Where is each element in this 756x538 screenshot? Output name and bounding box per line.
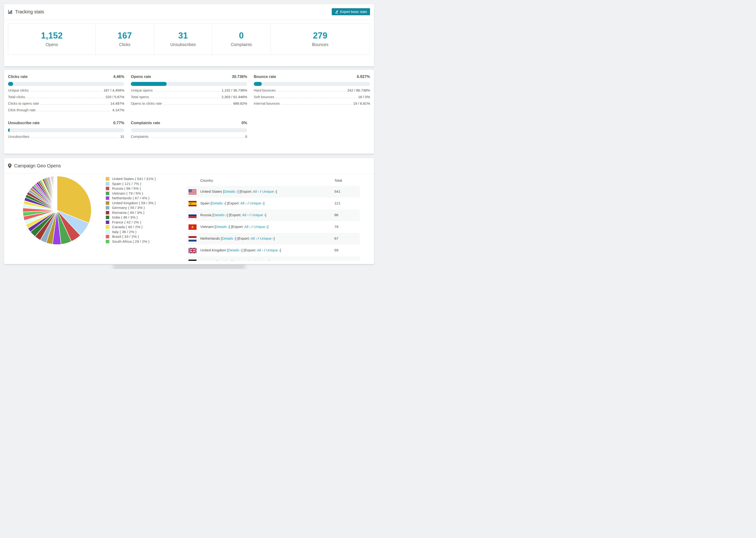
details-link[interactable]: Details › [213,213,227,217]
nl-flag-icon [189,236,196,242]
rate-row: Soft bounces18 / 0% [254,95,370,101]
country-name: Netherlands [200,237,220,241]
export-label: Export: [228,201,240,205]
map-pin-icon [8,163,12,168]
rate-row: Unique clicks167 / 4.456% [8,88,124,95]
rate-progress-bar [131,82,247,86]
export-all-link[interactable]: All › [257,248,263,252]
legend-swatch [106,225,109,229]
legend-swatch [106,240,109,243]
legend-item-germany: Germany ( 55 / 3% ) [106,205,156,210]
legend-item-india: India ( 46 / 3% ) [106,215,156,220]
stat-unsubscribes: 31Unsubscribes [154,24,212,54]
geo-table-row-netherlands: Netherlands [Details ›] [Export: All › /… [187,233,360,244]
country-name: United Kingdom [200,248,226,252]
rate-row: Internal bounces19 / 6.81% [254,101,370,108]
legend-label: South Africa ( 29 / 2% ) [112,240,149,243]
export-icon [335,10,338,14]
legend-item-vietnam: Vietnam ( 79 / 5% ) [106,191,156,196]
legend-item-france: France ( 42 / 2% ) [106,220,156,225]
legend-item-south-africa: South Africa ( 29 / 2% ) [106,239,156,244]
legend-item-canada: Canada ( 40 / 2% ) [106,225,156,230]
export-all-link[interactable]: All › [246,260,252,261]
export-all-link[interactable]: All › [241,201,247,205]
export-label: Export: [230,213,242,217]
country-name: Spain [200,201,210,205]
export-unique-link[interactable]: Unique › [260,237,274,241]
export-unique-link[interactable]: Unique › [253,225,267,229]
export-basic-stats-button[interactable]: Export basic stats [332,8,370,15]
export-all-link[interactable]: All › [251,237,257,241]
export-all-link[interactable]: All › [242,213,248,217]
rate-progress-bar [254,82,370,86]
details-link[interactable]: Details › [212,201,225,205]
export-unique-link[interactable]: Unique › [262,189,276,193]
tracking-stats-card: Tracking stats Export basic stats 1,152O… [4,4,374,67]
legend-label: Spain ( 121 / 7% ) [112,182,141,186]
legend-item-brazil: Brazil ( 33 / 2% ) [106,234,156,239]
geo-table: Country Total United States [Details ›] … [187,175,360,261]
export-label: Export: [232,225,243,229]
geo-table-row-germany: Germany [Details ›] [Export: All › / Uni… [187,256,360,261]
stat-complaints: 0Complaints [212,24,270,54]
stat-value: 279 [313,31,328,41]
total-cell: 67 [334,237,338,241]
export-unique-link[interactable]: Unique › [251,213,265,217]
details-link[interactable]: Details › [216,225,229,229]
legend-swatch [106,187,109,190]
legend-label: Canada ( 40 / 2% ) [112,225,142,229]
stat-label: Unsubscribes [170,42,196,47]
total-column-header: Total [334,178,342,183]
rate-row: Hard bounces242 / 86.738% [254,88,370,95]
rate-row: Unique opens1,152 / 30.736% [131,88,247,95]
export-all-link[interactable]: All › [253,189,259,193]
legend-label: Russia ( 86 / 5% ) [112,187,141,190]
legend-swatch [106,191,109,195]
legend-item-netherlands: Netherlands ( 67 / 4% ) [106,196,156,201]
legend-label: Romania ( 49 / 3% ) [112,211,144,215]
details-link[interactable]: Details › [224,189,238,193]
vn-flag-icon [189,224,196,230]
legend-swatch [106,196,109,200]
country-cell: United States [Details ›] [Export: All ›… [200,189,277,194]
legend-swatch [106,220,109,224]
country-name: Russia [200,213,211,217]
pie-legend: United States ( 541 / 31% )Spain ( 121 /… [106,177,156,244]
geo-table-rows: United States [Details ›] [Export: All ›… [187,186,360,261]
geo-body: United States ( 541 / 31% )Spain ( 121 /… [4,175,374,264]
rate-panel-clicks-rate: Clicks rate4.46%Unique clicks167 / 4.456… [8,75,124,115]
stat-clicks: 167Clicks [95,24,154,54]
details-link[interactable]: Details › [217,260,231,261]
geo-title-text: Campaign Geo Opens [14,163,61,169]
country-cell: Germany [Details ›] [Export: All › / Uni… [200,260,270,261]
rates-grid: Clicks rate4.46%Unique clicks167 / 4.456… [4,70,374,141]
stat-value: 167 [118,31,132,41]
geo-table-row-united-kingdom: United Kingdom [Details ›] [Export: All … [187,244,360,256]
rate-row: Clicks to opens rate14.497% [8,101,124,108]
legend-label: India ( 46 / 3% ) [112,215,137,219]
legend-swatch [106,211,109,215]
details-link[interactable]: Details › [222,237,235,241]
legend-label: Netherlands ( 67 / 4% ) [112,196,149,200]
legend-item-united-kingdom: United Kingdom ( 59 / 3% ) [106,201,156,206]
rate-panel-complaints-rate: Complaints rate0%Complaints0 [131,121,247,141]
legend-item-italy: Italy ( 36 / 2% ) [106,230,156,235]
rate-progress-bar [8,128,124,132]
details-link[interactable]: Details › [228,248,242,252]
export-unique-link[interactable]: Unique › [266,248,280,252]
geo-table-header: Country Total [187,175,360,186]
legend-item-russia: Russia ( 86 / 5% ) [106,186,156,191]
export-unique-link[interactable]: Unique › [255,260,269,261]
legend-item-romania: Romania ( 49 / 3% ) [106,210,156,215]
stat-label: Clicks [119,42,130,47]
geo-table-row-united-states: United States [Details ›] [Export: All ›… [187,186,360,198]
legend-label: Vietnam ( 79 / 5% ) [112,191,143,195]
campaign-geo-opens-card: Campaign Geo Opens United States ( 541 /… [4,158,374,265]
country-name: United States [200,189,222,193]
export-all-link[interactable]: All › [244,225,251,229]
legend-swatch [106,235,109,239]
export-unique-link[interactable]: Unique › [249,201,263,205]
rates-card: Clicks rate4.46%Unique clicks167 / 4.456… [4,70,374,154]
legend-swatch [106,230,109,234]
legend-label: Germany ( 55 / 3% ) [112,206,145,210]
